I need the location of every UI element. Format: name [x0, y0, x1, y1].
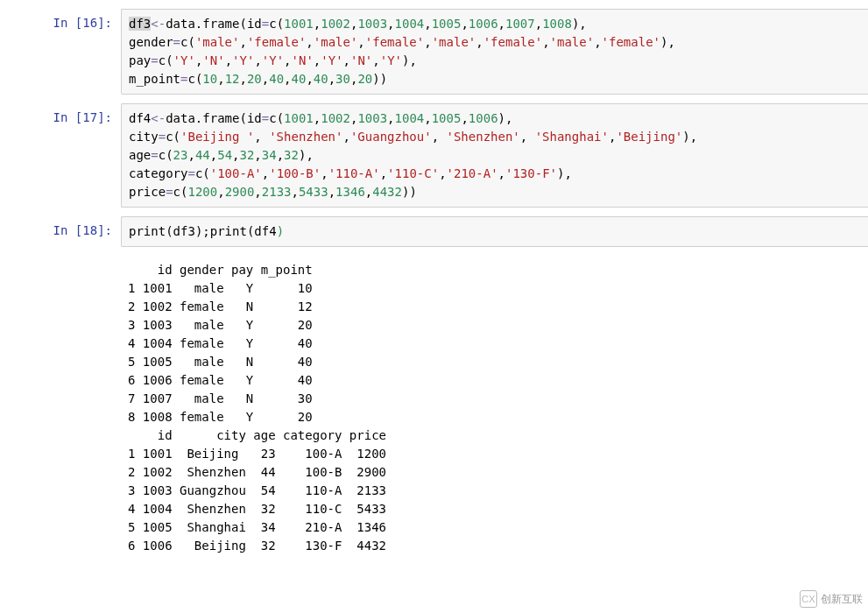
- prompt-17: In [17]:: [0, 103, 121, 124]
- prompt-16: In [16]:: [0, 9, 121, 30]
- code-input-16[interactable]: df3<-data.frame(id=c(1001,1002,1003,1004…: [121, 9, 868, 95]
- code-input-17[interactable]: df4<-data.frame(id=c(1001,1002,1003,1004…: [121, 103, 868, 208]
- cell-16: In [16]: df3<-data.frame(id=c(1001,1002,…: [0, 9, 868, 95]
- code-output-18: id gender pay m_point 1 1001 male Y 10 2…: [121, 256, 868, 555]
- cell-17: In [17]: df4<-data.frame(id=c(1001,1002,…: [0, 103, 868, 208]
- prompt-18: In [18]:: [0, 216, 121, 237]
- cell-18-output: id gender pay m_point 1 1001 male Y 10 2…: [0, 256, 868, 555]
- output-prompt: [0, 256, 121, 263]
- code-input-18[interactable]: print(df3);print(df4): [121, 216, 868, 247]
- cell-18: In [18]: print(df3);print(df4): [0, 216, 868, 247]
- notebook: In [16]: df3<-data.frame(id=c(1001,1002,…: [0, 0, 868, 555]
